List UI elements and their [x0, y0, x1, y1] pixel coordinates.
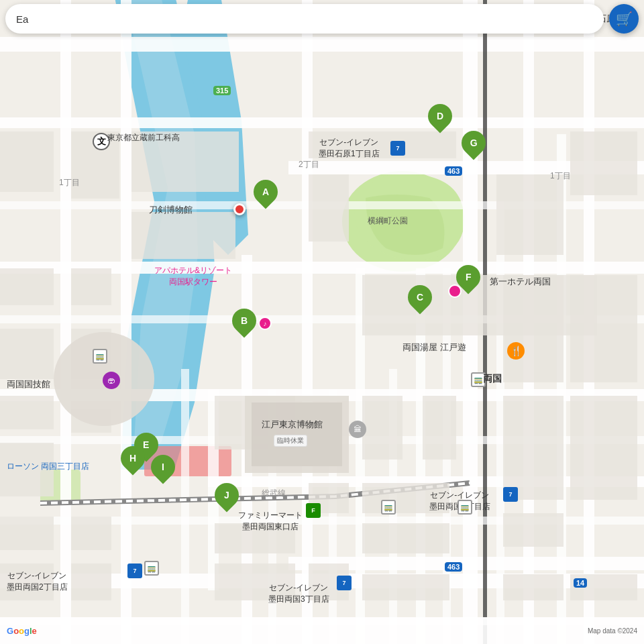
svg-rect-16 [121, 0, 131, 644]
svg-rect-64 [71, 564, 111, 600]
svg-rect-12 [0, 389, 644, 401]
chome1-right-label: 1丁目 [550, 171, 571, 182]
kokugikan-label[interactable]: 両国国技館 [7, 379, 50, 390]
svg-rect-5 [40, 470, 80, 503]
touken-label[interactable]: 刀剣博物館 [149, 205, 193, 216]
svg-marker-3 [124, 0, 198, 443]
svg-rect-11 [0, 262, 644, 274]
svg-rect-51 [503, 513, 564, 547]
kogyo-label: 東京都立蔵前工科高 [107, 133, 180, 144]
train-icon-ryogoku-east2: 🚃 [458, 500, 472, 515]
seven-eleven-ryogoku3-icon: 7 [337, 576, 352, 590]
svg-rect-30 [0, 517, 644, 525]
route-14-badge: 14 [574, 578, 587, 588]
train-icon-south: 🚃 [144, 561, 159, 576]
route-315-badge: 315 [213, 86, 231, 95]
svg-rect-29 [0, 436, 644, 444]
svg-rect-8 [288, 161, 644, 174]
pin-A[interactable]: A [254, 180, 278, 204]
familymart-label[interactable]: ファミリーマート墨田両国東口店 [238, 510, 303, 533]
seven-eleven-ryogoku4-icon: 7 [503, 487, 518, 502]
selected-location-dot [233, 203, 246, 215]
svg-rect-50 [570, 396, 637, 500]
svg-rect-20 [523, 0, 534, 644]
svg-rect-22 [483, 0, 487, 644]
svg-rect-63 [0, 517, 54, 550]
yuka-label[interactable]: 両国湯屋 江戸遊 [402, 342, 466, 354]
pin-H[interactable]: H [121, 446, 145, 470]
kokugikan-icon: 🏟 [103, 372, 120, 389]
svg-rect-26 [557, 134, 566, 644]
svg-rect-14 [0, 117, 644, 128]
train-icon-ryogoku-east: 🚃 [381, 500, 396, 515]
closed-badge: 臨時休業 [274, 435, 307, 447]
svg-rect-60 [0, 396, 54, 429]
svg-rect-9 [288, 557, 644, 570]
svg-rect-27 [0, 201, 644, 209]
svg-rect-7 [0, 37, 644, 52]
seven-eleven-ishihara-icon: 7 [390, 141, 405, 156]
chome2-label: 2丁目 [299, 160, 319, 170]
pin-C[interactable]: C [408, 285, 432, 309]
seven-eleven-ryogoku3-label[interactable]: セブン-イレブン墨田両国3丁目店 [268, 582, 329, 605]
svg-rect-37 [496, 201, 504, 644]
ryogoku-label: 両国 [483, 372, 502, 384]
svg-rect-49 [503, 396, 564, 500]
svg-rect-48 [570, 275, 637, 382]
svg-rect-36 [443, 268, 451, 644]
pin-I[interactable]: I [151, 455, 175, 479]
svg-rect-24 [356, 268, 365, 644]
svg-rect-28 [0, 315, 644, 323]
svg-rect-0 [0, 0, 644, 644]
svg-rect-34 [329, 389, 337, 644]
svg-rect-18 [302, 0, 313, 644]
svg-rect-68 [362, 574, 449, 600]
svg-rect-71 [71, 268, 111, 305]
train-icon-kokugikan: 🚃 [93, 349, 107, 364]
yuka-restaurant-icon: 🍴 [507, 342, 525, 360]
pin-B[interactable]: B [232, 309, 256, 333]
svg-rect-47 [503, 275, 564, 382]
chome1-left-label: 1丁目 [59, 178, 80, 189]
pin-F[interactable]: F [456, 265, 480, 289]
svg-rect-69 [503, 574, 564, 600]
svg-rect-44 [496, 174, 564, 255]
svg-rect-19 [463, 0, 478, 644]
pin-G[interactable]: G [462, 131, 486, 155]
svg-rect-25 [416, 268, 425, 644]
pin-J[interactable]: J [215, 483, 239, 507]
map-attribution: Map data ©2024 [588, 627, 637, 635]
seven-eleven-ishihara-label[interactable]: セブン-イレブンセブン-イレブン 墨田石原1丁目店墨田石原1丁目店 [319, 137, 380, 160]
pin-D[interactable]: D [428, 104, 452, 128]
top-bar: Ea 🛒 [0, 0, 644, 38]
pink-marker-B: ♪ [258, 317, 272, 330]
route-463-top-badge: 463 [445, 166, 462, 176]
svg-rect-72 [0, 268, 54, 305]
svg-marker-2 [181, 0, 248, 255]
daiichi-hotel-label[interactable]: 第一ホテル両国 [490, 276, 551, 288]
svg-rect-74 [0, 329, 54, 379]
svg-marker-1 [114, 0, 215, 470]
edo-museum-label[interactable]: 江戸東京博物館 [262, 419, 323, 431]
svg-rect-57 [362, 523, 449, 553]
sobu-line-label: 総武線 [262, 488, 286, 499]
park-label: 横綱町公園 [368, 216, 408, 227]
svg-rect-32 [181, 369, 189, 644]
svg-rect-15 [60, 0, 71, 644]
cart-icon[interactable]: 🛒 [609, 4, 639, 34]
svg-rect-45 [570, 131, 637, 195]
familymart-icon: F [306, 503, 321, 518]
search-box[interactable]: Ea [5, 4, 604, 34]
svg-rect-40 [131, 212, 235, 259]
apa-hotel-label[interactable]: アパホテル&リゾート両国駅タワー [154, 265, 232, 288]
edo-museum-icon: 🏛 [349, 421, 366, 438]
svg-rect-46 [0, 131, 54, 192]
lawson-label[interactable]: ローソン 両国三丁目店 [7, 462, 89, 472]
map-container: 315 463 463 14 Ea 🛒 蔵前 文 東京都立蔵前工科高 1丁目 2… [0, 0, 644, 644]
seven-eleven-ryogoku2-label[interactable]: セブン-イレブン墨田両国2丁目店 [7, 570, 68, 593]
svg-rect-42 [309, 174, 349, 241]
seven-eleven-ryogoku2-icon: 7 [127, 564, 142, 578]
svg-rect-21 [584, 0, 594, 644]
svg-rect-52 [362, 396, 402, 460]
bottom-bar: Google Map data ©2024 [0, 617, 644, 644]
